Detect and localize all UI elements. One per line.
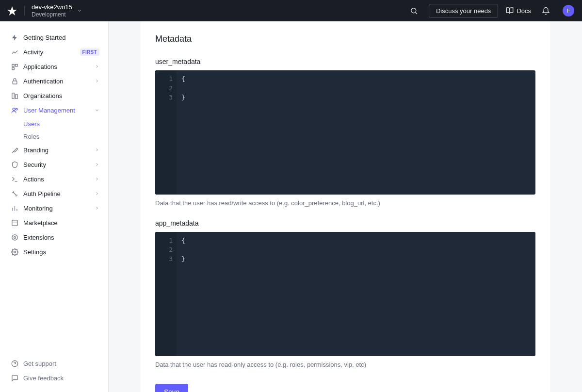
- sidebar-item-label: Getting Started: [23, 34, 99, 41]
- lock-icon: [11, 77, 18, 85]
- line-gutter: 123: [155, 232, 177, 356]
- sidebar-item-organizations[interactable]: Organizations: [0, 88, 108, 103]
- search-icon[interactable]: [407, 4, 421, 17]
- sidebar-subitem-roles[interactable]: Roles: [23, 130, 108, 143]
- organizations-icon: [11, 92, 18, 99]
- sidebar-item-marketplace[interactable]: Marketplace: [0, 215, 108, 230]
- svg-point-8: [13, 108, 15, 110]
- applications-icon: [11, 63, 18, 70]
- header: dev-vke2wo15 Development Discuss your ne…: [0, 0, 582, 21]
- sidebar-item-label: Organizations: [23, 92, 99, 99]
- chevron-right-icon: [95, 64, 99, 69]
- chevron-right-icon: [95, 79, 99, 83]
- tenant-name: dev-vke2wo15: [32, 3, 72, 11]
- bolt-icon: [11, 33, 18, 41]
- sidebar-give-feedback[interactable]: Give feedback: [0, 371, 108, 385]
- user-metadata-label: user_metadata: [155, 58, 535, 65]
- svg-point-18: [12, 234, 17, 240]
- chevron-right-icon: [95, 206, 99, 211]
- shield-icon: [11, 161, 18, 168]
- sidebar-item-label: User Management: [23, 107, 95, 114]
- sidebar-item-monitoring[interactable]: Monitoring: [0, 201, 108, 215]
- chevron-down-icon: [95, 108, 99, 113]
- svg-point-19: [14, 251, 16, 253]
- svg-point-9: [16, 108, 17, 110]
- monitoring-icon: [11, 204, 18, 212]
- feedback-icon: [11, 374, 18, 382]
- sidebar-item-label: Security: [23, 161, 95, 168]
- user-metadata-editor[interactable]: 123 { }: [155, 70, 535, 195]
- sidebar-item-label: Auth Pipeline: [23, 190, 95, 197]
- tenant-env: Development: [32, 11, 72, 18]
- section-title: Metadata: [155, 34, 535, 44]
- badge-first: FIRST: [80, 49, 99, 56]
- bell-icon[interactable]: [539, 4, 552, 17]
- sidebar-get-support[interactable]: Get support: [0, 356, 108, 371]
- chevron-right-icon: [95, 177, 99, 181]
- divider: [24, 6, 25, 16]
- sidebar-item-activity[interactable]: Activity FIRST: [0, 45, 108, 59]
- sidebar-item-authentication[interactable]: Authentication: [0, 74, 108, 88]
- sidebar-item-label: Activity: [23, 49, 77, 56]
- discuss-button[interactable]: Discuss your needs: [429, 4, 498, 18]
- svg-line-1: [416, 12, 417, 14]
- users-icon: [11, 106, 18, 114]
- sidebar-item-label: Applications: [23, 63, 95, 70]
- svg-rect-4: [12, 67, 14, 69]
- chevron-right-icon: [95, 191, 99, 196]
- tenant-switcher[interactable]: dev-vke2wo15 Development: [32, 3, 82, 18]
- logo-wrap: [0, 5, 24, 16]
- docs-link[interactable]: Docs: [506, 7, 531, 15]
- sidebar-item-branding[interactable]: Branding: [0, 143, 108, 157]
- avatar[interactable]: F: [563, 5, 574, 16]
- extensions-icon: [11, 233, 18, 241]
- svg-rect-3: [15, 64, 17, 66]
- svg-rect-7: [15, 95, 17, 98]
- sidebar-footer-label: Give feedback: [23, 375, 99, 382]
- save-button[interactable]: Save: [155, 384, 188, 392]
- svg-point-0: [411, 8, 416, 13]
- svg-point-17: [14, 236, 16, 238]
- sidebar-footer-label: Get support: [23, 360, 99, 367]
- svg-line-11: [14, 193, 16, 195]
- sidebar-item-label: Settings: [23, 248, 99, 256]
- pipeline-icon: [11, 190, 18, 197]
- sidebar-item-extensions[interactable]: Extensions: [0, 230, 108, 245]
- sidebar-item-actions[interactable]: Actions: [0, 172, 108, 186]
- sidebar-item-label: Marketplace: [23, 219, 99, 227]
- sidebar-item-security[interactable]: Security: [0, 157, 108, 172]
- main: Metadata user_metadata 123 { } Data that…: [109, 21, 582, 392]
- book-icon: [506, 7, 514, 15]
- user-metadata-help: Data that the user has read/write access…: [155, 199, 535, 207]
- sidebar-item-user-management[interactable]: User Management: [0, 103, 108, 117]
- sidebar-item-label: Monitoring: [23, 205, 95, 212]
- sidebar-item-applications[interactable]: Applications: [0, 59, 108, 74]
- app-metadata-editor[interactable]: 123 { }: [155, 232, 535, 356]
- svg-rect-2: [12, 64, 14, 66]
- marketplace-icon: [11, 219, 18, 227]
- gear-icon: [11, 248, 18, 256]
- svg-rect-5: [13, 81, 17, 83]
- sidebar-item-auth-pipeline[interactable]: Auth Pipeline: [0, 186, 108, 201]
- svg-rect-15: [12, 220, 17, 225]
- branding-icon: [11, 146, 18, 154]
- auth0-logo-icon: [7, 5, 17, 16]
- sidebar-item-label: Extensions: [23, 234, 99, 241]
- sidebar-item-label: Actions: [23, 176, 95, 183]
- code-content: { }: [177, 232, 535, 356]
- sidebar-item-label: Branding: [23, 147, 95, 154]
- chevron-down-icon: [77, 8, 82, 13]
- sidebar-subitem-users[interactable]: Users: [23, 117, 108, 130]
- sidebar-item-settings[interactable]: Settings: [0, 245, 108, 259]
- sidebar-item-label: Authentication: [23, 78, 95, 85]
- app-metadata-label: app_metadata: [155, 219, 535, 227]
- app-metadata-help: Data that the user has read-only access …: [155, 361, 535, 368]
- help-icon: [11, 359, 18, 367]
- sidebar-item-getting-started[interactable]: Getting Started: [0, 30, 108, 45]
- actions-icon: [11, 175, 18, 183]
- code-content: { }: [177, 70, 535, 195]
- line-gutter: 123: [155, 70, 177, 195]
- chevron-right-icon: [95, 147, 99, 152]
- docs-label: Docs: [517, 7, 531, 15]
- chevron-right-icon: [95, 162, 99, 167]
